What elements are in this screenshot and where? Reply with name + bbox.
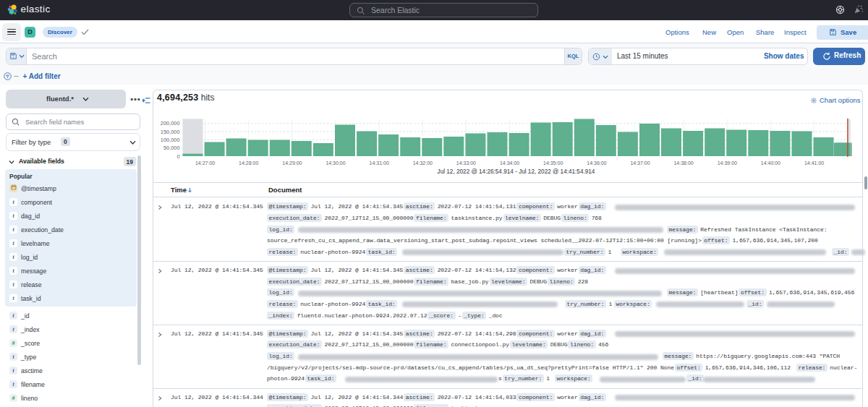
svg-text:14:40:00: 14:40:00 <box>761 160 780 166</box>
svg-text:150,000: 150,000 <box>161 129 180 135</box>
svg-text:14:34:00: 14:34:00 <box>500 160 519 166</box>
svg-text:14:32:00: 14:32:00 <box>413 160 433 166</box>
svg-text:0: 0 <box>176 153 179 160</box>
svg-text:14:30:00: 14:30:00 <box>326 160 345 166</box>
svg-text:14:33:00: 14:33:00 <box>456 160 476 166</box>
svg-text:14:39:00: 14:39:00 <box>718 160 737 166</box>
svg-text:14:31:00: 14:31:00 <box>370 160 389 166</box>
svg-text:200,000: 200,000 <box>161 120 180 127</box>
svg-text:14:37:00: 14:37:00 <box>630 160 650 166</box>
svg-text:14:38:00: 14:38:00 <box>673 160 693 166</box>
svg-text:14:41:00: 14:41:00 <box>804 160 824 166</box>
svg-text:14:35:00: 14:35:00 <box>543 160 563 166</box>
svg-text:50,000: 50,000 <box>163 145 180 151</box>
svg-text:14:36:00: 14:36:00 <box>587 160 606 166</box>
svg-text:14:28:00: 14:28:00 <box>239 160 258 166</box>
svg-text:14:29:00: 14:29:00 <box>282 160 302 166</box>
svg-text:14:27:00: 14:27:00 <box>195 160 215 166</box>
svg-text:100,000: 100,000 <box>161 137 180 143</box>
